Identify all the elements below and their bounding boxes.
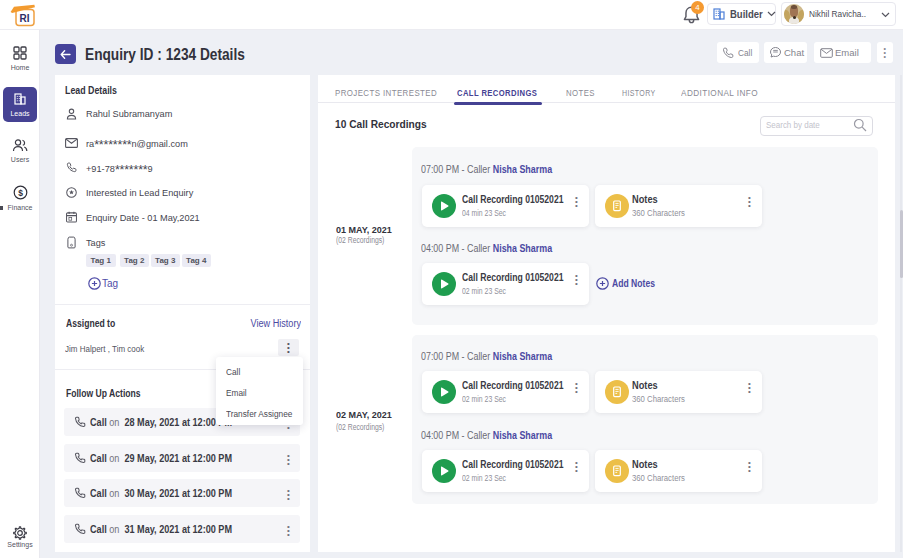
svg-text:$: $: [18, 188, 23, 198]
svg-text:RI: RI: [20, 13, 30, 24]
